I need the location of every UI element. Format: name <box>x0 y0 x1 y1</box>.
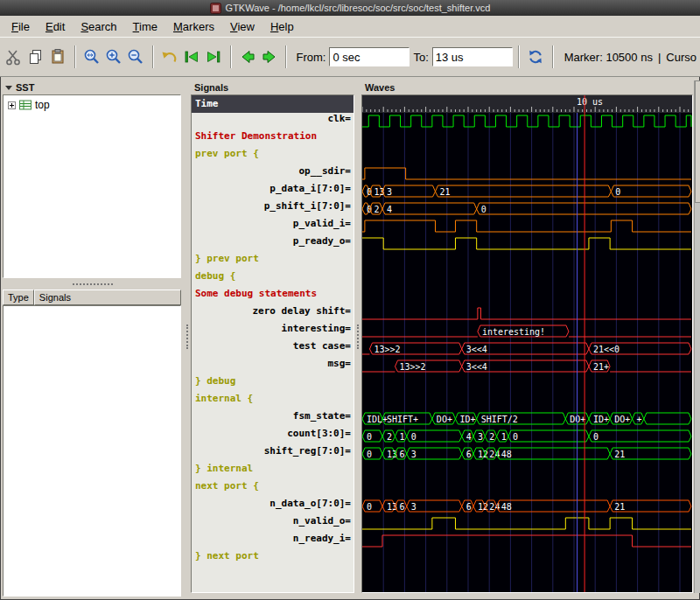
wave-vscrollbar[interactable] <box>694 80 700 593</box>
svg-text:21: 21 <box>439 187 450 197</box>
signal-row[interactable]: } next port <box>192 550 354 568</box>
waves-title: Waves <box>365 82 395 93</box>
svg-text:3: 3 <box>411 502 416 512</box>
svg-text:DO+: DO+ <box>570 415 585 424</box>
signal-row[interactable]: shift_reg[7:0]= <box>192 445 354 463</box>
shift-right-button[interactable] <box>259 45 281 69</box>
menu-view[interactable]: View <box>222 17 262 36</box>
paste-button[interactable] <box>47 45 69 69</box>
svg-text:interesting!: interesting! <box>482 327 545 337</box>
sst-panel: SST top Type Signals <box>2 80 184 598</box>
svg-text:3<<4: 3<<4 <box>466 362 487 372</box>
signal-row[interactable]: } debug <box>192 375 354 393</box>
sst-columns-header: Type Signals <box>3 290 181 305</box>
signal-row[interactable]: test case= <box>192 340 354 358</box>
undo-button[interactable] <box>159 45 181 69</box>
pane-splitter-horizontal[interactable] <box>2 278 184 290</box>
splitter-grip <box>186 324 188 349</box>
svg-text:0: 0 <box>367 502 372 512</box>
from-input[interactable] <box>329 47 410 66</box>
sst-title: SST <box>16 82 34 93</box>
expander-icon[interactable] <box>8 101 16 109</box>
svg-text:6: 6 <box>400 502 405 512</box>
toolbar-separator <box>285 45 287 68</box>
svg-text:2: 2 <box>489 432 494 442</box>
to-end-button[interactable] <box>203 45 225 69</box>
signal-row[interactable]: count[3:0]= <box>192 428 354 445</box>
zoom-out-button[interactable] <box>125 45 147 69</box>
signal-row[interactable]: p_ready_o= <box>192 235 354 253</box>
to-start-icon <box>183 48 200 66</box>
svg-text:1: 1 <box>501 432 507 442</box>
toolbar-separator <box>552 45 554 68</box>
splitter-grip <box>357 324 359 349</box>
copy-button[interactable] <box>25 45 47 69</box>
to-start-button[interactable] <box>181 45 203 69</box>
wave-vscrollbar-thumb[interactable] <box>695 80 700 203</box>
signal-row[interactable]: prev port { <box>192 148 354 165</box>
svg-text:0: 0 <box>481 205 486 214</box>
undo-icon <box>161 48 178 66</box>
signal-row[interactable]: p_data_i[7:0]= <box>192 183 354 200</box>
menu-edit[interactable]: Edit <box>38 17 73 36</box>
signal-row[interactable]: msg= <box>192 358 354 375</box>
menu-time[interactable]: Time <box>125 17 165 36</box>
signal-row[interactable]: Shifter Demonstration <box>192 130 354 148</box>
tree-item-top[interactable]: top <box>6 98 178 112</box>
svg-text:0: 0 <box>367 450 372 459</box>
signal-row[interactable]: Some debug statements <box>192 288 354 305</box>
signal-row[interactable]: p_valid_i= <box>192 218 354 235</box>
signal-row[interactable]: } internal <box>192 463 354 480</box>
signal-row[interactable]: zero delay shift= <box>192 305 354 323</box>
svg-text:10 us: 10 us <box>577 97 603 107</box>
pane-splitter[interactable] <box>355 80 360 593</box>
svg-text:13>>2: 13>>2 <box>400 362 426 372</box>
shift-left-button[interactable] <box>237 45 259 69</box>
signals-panel: Signals Time clk=Shifter Demonstrationpr… <box>191 80 354 593</box>
zoom-in-button[interactable] <box>103 45 125 69</box>
signal-row[interactable]: interesting= <box>192 323 354 340</box>
waves-panel: Waves 10 us01332100240interesting!13>>23… <box>361 80 693 593</box>
sst-signal-list[interactable] <box>3 305 181 597</box>
zoom-fit-button[interactable] <box>81 45 103 69</box>
titlebar[interactable]: GTKWave - /home/lkcl/src/libresoc/soc/sr… <box>0 0 700 16</box>
zoom-fit-icon <box>83 48 101 66</box>
to-end-icon <box>205 48 222 66</box>
signal-row[interactable]: n_valid_o= <box>192 515 354 533</box>
svg-text:DO+: DO+ <box>437 415 452 424</box>
menubar: File Edit Search Time Markers View Help <box>0 16 700 37</box>
cut-icon <box>5 48 23 66</box>
signals-column-header[interactable]: Signals <box>34 290 181 305</box>
sst-tree[interactable]: top <box>3 94 181 278</box>
signal-row[interactable]: internal { <box>192 393 354 410</box>
type-column-header[interactable]: Type <box>3 290 34 305</box>
signal-row[interactable]: p_shift_i[7:0]= <box>192 200 354 218</box>
collapse-arrow-icon[interactable] <box>5 86 12 90</box>
wave-canvas[interactable]: 10 us01332100240interesting!13>>23<<421<… <box>362 95 692 592</box>
signal-row[interactable]: n_data_o[7:0]= <box>192 498 354 515</box>
signal-row[interactable]: debug { <box>192 270 354 288</box>
menu-markers[interactable]: Markers <box>165 17 222 36</box>
svg-text:3: 3 <box>387 187 392 197</box>
reload-button[interactable] <box>525 45 547 69</box>
svg-text:6: 6 <box>466 450 472 459</box>
svg-text:21+: 21+ <box>593 362 609 372</box>
menu-search[interactable]: Search <box>73 17 124 36</box>
svg-text:0: 0 <box>367 432 372 442</box>
signal-row[interactable]: op__sdir= <box>192 165 354 183</box>
menu-file[interactable]: File <box>4 17 38 36</box>
signal-row[interactable]: fsm_state= <box>192 410 354 428</box>
signals-title: Signals <box>194 82 228 93</box>
to-input[interactable] <box>432 47 513 66</box>
svg-text:DO+: DO+ <box>614 415 630 424</box>
signal-row[interactable]: } prev port <box>192 253 354 270</box>
marker-text: Marker: 10500 ns <box>564 51 653 64</box>
cut-button[interactable] <box>4 45 25 69</box>
signal-row[interactable]: n_ready_i= <box>192 533 354 550</box>
to-label: To: <box>413 51 428 64</box>
svg-text:SHIFT+: SHIFT+ <box>387 415 418 424</box>
menu-help[interactable]: Help <box>262 17 302 36</box>
signal-row[interactable]: next port { <box>192 480 354 498</box>
pane-splitter[interactable] <box>185 80 190 593</box>
signal-row[interactable]: clk= <box>192 113 354 130</box>
